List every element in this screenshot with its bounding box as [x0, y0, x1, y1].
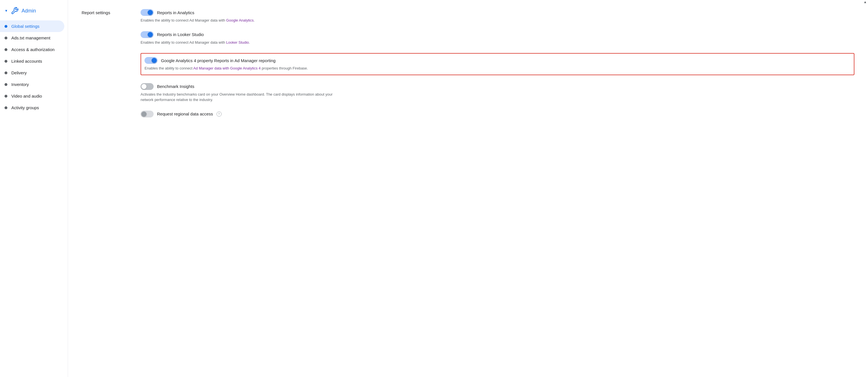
toggle-benchmark-insights[interactable]	[141, 83, 154, 90]
sidebar-item-ads-txt-management[interactable]: Ads.txt management	[0, 32, 64, 44]
setting-row-ga4-reports: Google Analytics 4 property Reports in A…	[145, 57, 850, 64]
setting-desc-benchmark-insights: Activates the Industry benchmarks card o…	[141, 92, 333, 103]
toggle-ga4-reports[interactable]	[145, 57, 158, 64]
sidebar-item-label: Inventory	[11, 82, 29, 87]
sidebar-item-video-and-audio[interactable]: Video and audio	[0, 90, 64, 102]
dot-icon	[4, 95, 7, 97]
dot-icon	[4, 60, 7, 63]
dot-icon	[4, 48, 7, 51]
dot-icon	[4, 37, 7, 39]
sidebar-item-linked-accounts[interactable]: Linked accounts	[0, 55, 64, 67]
sidebar-header[interactable]: ▼ Admin	[0, 4, 68, 21]
toggle-slider-benchmark-insights	[141, 83, 154, 90]
sidebar-item-label: Access & authorization	[11, 47, 55, 52]
settings-content: Reports in AnalyticsEnables the ability …	[141, 9, 855, 117]
setting-desc-ga4-reports: Enables the ability to connect Ad Manage…	[145, 65, 337, 71]
sidebar-item-label: Video and audio	[11, 94, 42, 98]
section-title: Report settings	[82, 9, 127, 15]
settings-layout: Report settings Reports in AnalyticsEnab…	[82, 9, 855, 117]
setting-link-reports-in-analytics[interactable]: Google Analytics	[226, 18, 254, 22]
dot-icon	[4, 106, 7, 109]
setting-row-benchmark-insights: Benchmark Insights	[141, 83, 855, 90]
main-content: ▲ Report settings Reports in AnalyticsEn…	[68, 0, 868, 377]
setting-row-reports-in-looker-studio: Reports in Looker Studio	[141, 31, 855, 38]
sidebar-item-delivery[interactable]: Delivery	[0, 67, 64, 79]
sidebar-item-label: Global settings	[11, 24, 39, 29]
setting-desc-reports-in-analytics: Enables the ability to connect Ad Manage…	[141, 18, 333, 23]
setting-link-ga4-reports[interactable]: Ad Manager data with Google Analytics 4	[193, 66, 261, 70]
sidebar-item-label: Ads.txt management	[11, 35, 51, 40]
sidebar-item-label: Activity groups	[11, 105, 39, 110]
setting-item-benchmark-insights: Benchmark InsightsActivates the Industry…	[141, 83, 855, 103]
toggle-slider-request-regional-data-access	[141, 111, 154, 117]
sidebar-item-label: Linked accounts	[11, 59, 42, 63]
toggle-request-regional-data-access[interactable]	[141, 111, 154, 117]
sidebar-item-global-settings[interactable]: Global settings	[0, 21, 64, 32]
sidebar-nav: Global settingsAds.txt managementAccess …	[0, 21, 68, 113]
setting-link-reports-in-looker-studio[interactable]: Looker Studio	[226, 40, 249, 45]
dot-icon	[4, 25, 7, 28]
toggle-slider-reports-in-analytics	[141, 9, 154, 16]
setting-title-reports-in-looker-studio: Reports in Looker Studio	[157, 32, 204, 37]
setting-item-request-regional-data-access: Request regional data access?	[141, 111, 855, 117]
sidebar-item-label: Delivery	[11, 70, 27, 75]
sidebar-arrow: ▼	[4, 9, 8, 13]
dot-icon	[4, 71, 7, 74]
toggle-slider-reports-in-looker-studio	[141, 31, 154, 38]
setting-item-ga4-reports: Google Analytics 4 property Reports in A…	[141, 53, 855, 75]
setting-row-request-regional-data-access: Request regional data access?	[141, 111, 855, 117]
sidebar: ▼ Admin Global settingsAds.txt managemen…	[0, 0, 68, 377]
setting-title-benchmark-insights: Benchmark Insights	[157, 84, 194, 89]
setting-title-request-regional-data-access: Request regional data access	[157, 112, 213, 116]
sidebar-item-activity-groups[interactable]: Activity groups	[0, 102, 64, 113]
admin-label: Admin	[22, 8, 36, 14]
sidebar-item-access-authorization[interactable]: Access & authorization	[0, 44, 64, 55]
setting-desc-reports-in-looker-studio: Enables the ability to connect Ad Manage…	[141, 40, 333, 46]
help-icon-request-regional-data-access[interactable]: ?	[217, 112, 222, 117]
toggle-reports-in-looker-studio[interactable]	[141, 31, 154, 38]
toggle-reports-in-analytics[interactable]	[141, 9, 154, 16]
scroll-arrow: ▲	[68, 0, 868, 6]
setting-item-reports-in-looker-studio: Reports in Looker StudioEnables the abil…	[141, 31, 855, 46]
setting-title-reports-in-analytics: Reports in Analytics	[157, 10, 194, 15]
sidebar-item-inventory[interactable]: Inventory	[0, 79, 64, 90]
wrench-icon	[11, 7, 19, 15]
setting-item-reports-in-analytics: Reports in AnalyticsEnables the ability …	[141, 9, 855, 23]
toggle-slider-ga4-reports	[145, 57, 158, 64]
dot-icon	[4, 83, 7, 86]
setting-title-ga4-reports: Google Analytics 4 property Reports in A…	[161, 58, 275, 63]
setting-row-reports-in-analytics: Reports in Analytics	[141, 9, 855, 16]
